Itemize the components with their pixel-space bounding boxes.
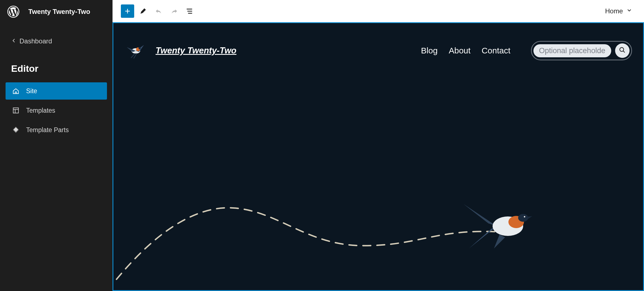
- wordpress-logo-icon[interactable]: [7, 5, 20, 18]
- editor-nav: Site Templates Template Parts: [0, 82, 113, 139]
- editor-toolbar: Home: [113, 0, 644, 22]
- hero-decoration: [113, 146, 641, 290]
- svg-rect-1: [13, 108, 19, 113]
- nav-link-contact[interactable]: Contact: [482, 46, 510, 55]
- sidebar-header: Twenty Twenty-Two: [0, 0, 113, 23]
- editor-main: Home Twenty Twenty-Two Blog: [113, 0, 644, 291]
- edit-tool-button[interactable]: [136, 4, 150, 18]
- nav-link-blog[interactable]: Blog: [421, 46, 438, 55]
- svg-point-7: [620, 48, 624, 51]
- nav-label: Templates: [26, 107, 55, 114]
- nav-item-template-parts[interactable]: Template Parts: [6, 121, 107, 139]
- navigation-block: Blog About Contact: [421, 46, 510, 55]
- site-title-link[interactable]: Twenty Twenty-Two: [156, 46, 236, 56]
- svg-point-6: [139, 47, 141, 49]
- nav-item-templates[interactable]: Templates: [6, 102, 107, 119]
- panel-title: Editor: [0, 48, 113, 82]
- diamond-icon: [12, 126, 20, 134]
- site-logo-bird-icon[interactable]: [124, 40, 146, 61]
- layout-icon: [12, 106, 20, 115]
- back-to-dashboard[interactable]: Dashboard: [0, 23, 113, 48]
- template-selector[interactable]: Home: [605, 7, 636, 15]
- undo-button[interactable]: [152, 4, 165, 18]
- editor-canvas[interactable]: Twenty Twenty-Two Blog About Contact: [113, 22, 644, 291]
- svg-point-10: [518, 214, 528, 222]
- chevron-down-icon: [626, 7, 632, 15]
- add-block-button[interactable]: [121, 4, 134, 18]
- site-header-block: Twenty Twenty-Two Blog About Contact: [113, 23, 643, 61]
- site-name: Twenty Twenty-Two: [28, 8, 90, 16]
- home-icon: [12, 87, 20, 95]
- nav-label: Template Parts: [26, 126, 69, 134]
- list-view-button[interactable]: [183, 4, 196, 18]
- chevron-left-icon: [11, 37, 17, 45]
- nav-link-about[interactable]: About: [449, 46, 470, 55]
- redo-button[interactable]: [168, 4, 181, 18]
- svg-rect-2: [13, 127, 19, 133]
- search-icon: [619, 46, 626, 55]
- nav-label: Site: [26, 87, 37, 95]
- search-button[interactable]: [615, 43, 630, 58]
- template-label: Home: [605, 7, 623, 15]
- nav-item-site[interactable]: Site: [6, 82, 107, 100]
- back-label: Dashboard: [19, 37, 52, 45]
- svg-point-11: [524, 216, 525, 218]
- search-input[interactable]: [533, 44, 611, 57]
- editor-sidebar: Twenty Twenty-Two Dashboard Editor Site …: [0, 0, 113, 291]
- search-block: [531, 41, 632, 60]
